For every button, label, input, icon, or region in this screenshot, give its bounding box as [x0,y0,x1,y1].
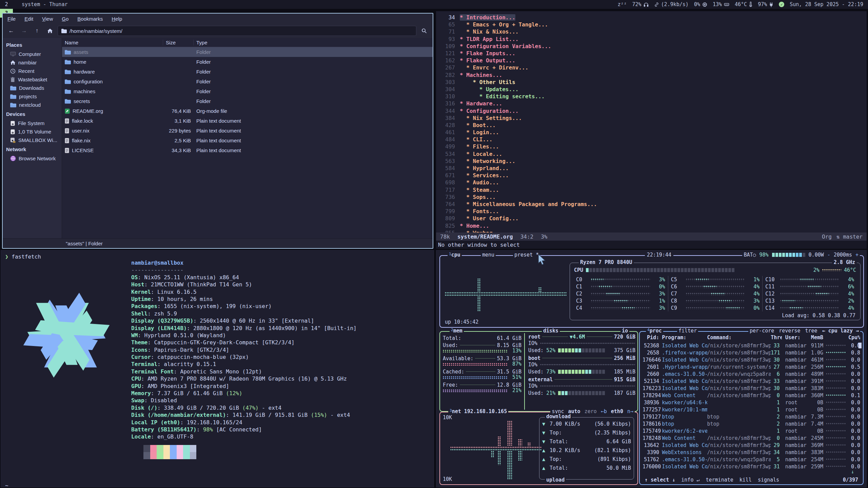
memory-module[interactable]: 13% [713,1,729,7]
volume-module[interactable]: 72% [632,1,649,7]
sort-selector[interactable]: ← cpu lazy → [822,328,859,334]
process-row-177257[interactable]: 177257kworker/10:1-mm_1root0B0.0 [643,406,860,413]
org-heading-line[interactable]: 534 * Locale... [436,150,867,158]
net-zero-button[interactable]: zero [585,408,597,414]
org-heading-line[interactable]: 344* Configuration... [436,107,867,114]
reverse-toggle[interactable]: reverse [779,328,800,334]
process-row-51762[interactable]: 51762.emacs-31.0.50-/nix/store/wnqz5pa8r… [643,456,860,463]
major-mode[interactable]: Org [822,233,832,240]
terminal-window[interactable]: ❯ fastfetch nambiar@smallbox------------… [1,250,434,487]
org-heading-line[interactable]: 65 * Emacs + Org + Tangle... [436,21,867,28]
menu-go[interactable]: Go [62,16,68,22]
process-row-178294[interactable]: 178294Web Content/nix/store/sm8fmrf3wps4… [643,392,860,399]
process-row-179127[interactable]: 179127btopbtop2nambiar7.3M0.0 [643,413,860,420]
sidebar-item-downloads[interactable]: Downloads [3,84,62,92]
iface-prev-button[interactable]: ←b [601,408,607,414]
sidebar-item-smallbox-wi-[interactable]: SMALLBOX Wi... [3,136,62,144]
iface-next-button[interactable]: n→ [627,408,633,414]
process-row-176646[interactable]: 176646Isolated Web Co/nix/store/sm8fmrf3… [643,356,860,363]
file-row-user-nix[interactable]: user.nix229 bytesPlain text document [62,126,433,136]
forward-button[interactable]: → [19,26,29,36]
process-row-2658[interactable]: 2658.firefox-wrappe/nix/store/sm8fmrf3wp… [643,349,860,356]
proc-footer-1[interactable]: info ↵ [681,477,699,483]
org-heading-line[interactable]: 584 * Hyprland... [436,165,867,172]
btop-net-box[interactable]: 3net 192.168.10.165 sync auto zero ←b et… [439,412,638,485]
process-row-38936[interactable]: 38936kworker/u64:6-kc1root0B0.0 [643,399,860,406]
menu-help[interactable]: Help [112,16,122,22]
path-bar[interactable]: /home/nambiar/system/ [58,26,416,36]
updates-ok-icon[interactable]: ✓ [779,2,784,7]
org-heading-line[interactable]: 316* Hardware... [436,100,867,107]
menu-button[interactable]: menu [481,252,496,258]
sidebar-item-1-0-tb-volume[interactable]: 1,0 TB Volume [3,127,62,136]
sidebar-item-wastebasket[interactable]: Wastebasket [3,75,62,84]
interval-plus[interactable]: + [855,252,859,258]
org-heading-line[interactable]: 71 * Nix & Nixos... [436,28,867,35]
preset-button[interactable]: preset * [513,252,540,258]
btop-mem-box[interactable]: 2mem disks io Total:61.4 GiBUsed:8.15 Gi… [439,331,638,412]
column-header-size[interactable]: Size [163,40,194,45]
sidebar-item-nambiar[interactable]: nambiar [3,58,62,67]
filter-button[interactable]: filter [677,328,698,334]
org-heading-line[interactable]: 428 * Boot... [436,122,867,129]
back-button[interactable]: ← [6,26,16,36]
proc-footer-0[interactable]: ↑ select ↓ [645,477,675,483]
proc-scrollbar-thumb[interactable] [859,343,862,348]
up-button[interactable]: ↑ [32,26,42,36]
shell-prompt-bottom[interactable]: ~ ❯ [5,467,25,488]
org-heading-line[interactable]: 736 * Sops... [436,194,867,201]
search-button[interactable] [419,26,429,36]
process-row-2601[interactable]: 2601.Hyprland-wrapp/run/current-system/s… [643,363,860,370]
file-row-secrets[interactable]: secretsFolder [62,96,433,106]
org-heading-line[interactable]: 267 * Envrc + Direnv... [436,64,867,71]
btop-cpu-box[interactable]: 1cpu menu preset * 22:19:44 BAT○98% 0.00… [439,255,864,328]
org-heading-line[interactable]: 563 * Networking... [436,158,867,165]
sidebar-item-computer[interactable]: Computer [3,50,62,58]
mem-box-title[interactable]: 2mem [450,328,464,334]
file-row-configuration[interactable]: configurationFolder [62,77,433,86]
process-row-2660[interactable]: 2660.emacs-31.0.50-/nix/store/wnqz5pa8ra… [643,370,860,378]
org-heading-line[interactable]: 855 * Waubar... [436,229,867,232]
org-heading-line[interactable]: 384 * Nix Settings... [436,115,867,122]
org-heading-line[interactable]: 162* Flake Output... [436,57,867,64]
file-row-assets[interactable]: assetsFolder [62,47,433,57]
file-row-license[interactable]: LICENSE34,3 KiBPlain text document [62,145,433,155]
process-row-176223[interactable]: 176223Isolated Web Co/nix/store/sm8fmrf3… [643,385,860,392]
process-row-176000[interactable]: 176000Isolated Web Co/nix/store/sm8fmrf3… [643,463,860,470]
org-heading-line[interactable]: 717 * Steam... [436,186,867,194]
workspace-button-2[interactable]: 2 [0,0,13,9]
sidebar-item-nextcloud[interactable]: nextcloud [3,101,62,109]
org-heading-line[interactable]: 671 * Services... [436,172,867,179]
file-row-home[interactable]: homeFolder [62,57,433,67]
sidebar-item-recent[interactable]: Recent [3,67,62,75]
menu-view[interactable]: View [42,16,53,22]
proc-box-title[interactable]: 4proc [646,328,663,334]
sidebar-item-file-system[interactable]: File System [3,119,62,127]
column-header-type[interactable]: Type [194,40,433,45]
org-heading-line[interactable]: 698 * Audio... [436,179,867,186]
temperature-module[interactable]: 46°C [735,1,752,7]
tree-toggle[interactable]: tree [805,328,817,334]
menu-edit[interactable]: Edit [24,16,33,22]
org-heading-line[interactable]: 799 * Fonts... [436,208,867,215]
org-heading-line[interactable]: 461 * Login... [436,129,867,136]
org-heading-line[interactable]: 304 * Updates... [436,86,867,93]
file-row-readme-org[interactable]: README.org76,4 KiBOrg-mode file [62,106,433,116]
cpu-box-title[interactable]: 1cpu [448,252,462,258]
proc-footer-2[interactable]: terminate [706,477,733,483]
org-heading-line[interactable]: 34* Introduction... [436,14,867,21]
column-header-name[interactable]: Name [62,40,163,45]
process-row-3390[interactable]: 3390WebExtensions/nix/store/sm8fmrf3wps4… [643,449,860,456]
btop-proc-box[interactable]: 4proc filter per-core reverse tree ← cpu… [639,331,864,485]
process-row-178616[interactable]: 178616btopbtop2nambiar7.4M0.0 [643,420,860,427]
org-heading-line[interactable]: 121* Flake Inputs... [436,50,867,57]
org-heading-line[interactable]: 93* TLDR App List... [436,36,867,43]
interval-minus[interactable]: - [827,252,830,258]
org-heading-line[interactable]: 809 * User Config... [436,215,867,222]
net-box-title[interactable]: 3net 192.168.10.165 [448,408,508,414]
network-module[interactable]: (2.9kb/s) [654,1,689,7]
file-row-hardware[interactable]: hardwareFolder [62,67,433,77]
org-heading-line[interactable]: 825* Home... [436,222,867,229]
proc-footer-3[interactable]: kill [739,477,752,483]
process-row-52368[interactable]: 52368Isolated Web Co/nix/store/sm8fmrf3w… [643,342,860,349]
